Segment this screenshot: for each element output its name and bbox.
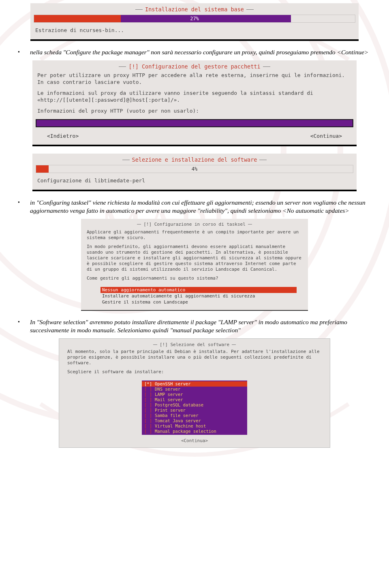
bullet-icon: • — [16, 199, 30, 215]
panel5-title: [!] Selezione del software — [157, 342, 232, 347]
software-option-label: Tomcat Java server — [155, 418, 201, 423]
bullet1-text: nella scheda "Configure the package mana… — [30, 48, 373, 56]
software-continue-button[interactable]: <Continua> — [65, 438, 324, 443]
checkbox-icon[interactable]: [ ] — [144, 387, 155, 392]
checkbox-icon[interactable]: [ ] — [144, 418, 155, 423]
checkbox-icon[interactable]: [ ] — [144, 413, 155, 418]
checkbox-icon[interactable]: [*] — [144, 381, 155, 387]
install-base-panel: Installazione del sistema base 27% Estra… — [30, 3, 359, 41]
software-option-6[interactable]: [ ]Samba file server — [142, 413, 247, 418]
software-option-7[interactable]: [ ]Tomcat Java server — [142, 418, 247, 423]
software-option-4[interactable]: [ ]PostgreSQL database — [142, 402, 247, 408]
software-option-0[interactable]: [*]OpenSSH server — [142, 381, 247, 387]
panel5-body2: Scegliere il software da installare: — [67, 369, 322, 375]
panel4-body3: Come gestire gli aggiornamenti su questo… — [87, 276, 302, 281]
software-option-5[interactable]: [ ]Print server — [142, 408, 247, 413]
checkbox-icon[interactable]: [ ] — [144, 392, 155, 397]
checkbox-icon[interactable]: [ ] — [144, 423, 155, 429]
software-option-label: Samba file server — [155, 413, 198, 418]
back-button[interactable]: <Indietro> — [47, 133, 79, 139]
bullet-icon: • — [16, 48, 30, 56]
panel2-body2: Le informazioni sul proxy da utilizzare … — [37, 90, 352, 103]
panel4-title: [!] Configurazione in corso di tasksel — [141, 222, 248, 227]
software-option-8[interactable]: [ ]Virtual Machine host — [142, 423, 247, 429]
panel2-title: [!] Configurazione del gestore pacchetti — [126, 63, 263, 70]
panel5-body1: Al momento, solo la parte principale di … — [67, 349, 322, 366]
software-install-status: Configurazione di libtimedate-perl — [35, 175, 354, 187]
panel1-title: Installazione del sistema base — [143, 6, 246, 13]
software-option-2[interactable]: [ ]LAMP server — [142, 392, 247, 397]
software-install-progress: 4% — [36, 165, 353, 173]
software-option-9[interactable]: [ ]Manual package selection — [142, 429, 247, 434]
install-base-progress: 27% — [34, 15, 355, 23]
checkbox-icon[interactable]: [ ] — [144, 402, 155, 408]
panel4-body1: Applicare gli aggiornamenti frequentemen… — [87, 229, 302, 241]
proxy-config-panel: [!] Configurazione del gestore pacchetti… — [32, 60, 357, 146]
bullet2-text: in "Configuring tasksel" viene richiesta… — [30, 199, 373, 215]
bullet-icon: • — [16, 318, 30, 334]
tasksel-option-none[interactable]: Nessun aggiornamento automatico — [100, 287, 297, 293]
software-option-3[interactable]: [ ]Mail server — [142, 397, 247, 402]
proxy-http-input[interactable] — [36, 119, 353, 127]
tasksel-option-landscape[interactable]: Gestire il sistema con Landscape — [100, 299, 297, 305]
software-option-label: OpenSSH server — [155, 381, 191, 387]
software-option-label: Mail server — [155, 397, 183, 402]
software-options-list: [*]OpenSSH server[ ]DNS server[ ]LAMP se… — [142, 381, 247, 435]
panel2-body1: Per poter utilizzare un proxy HTTP per a… — [37, 72, 352, 86]
software-install-pct: 4% — [36, 165, 353, 173]
software-option-label: DNS server — [155, 387, 180, 392]
install-base-pct: 27% — [34, 15, 355, 22]
software-install-panel: Selezione e installazione del software 4… — [32, 154, 357, 191]
software-option-label: PostgreSQL database — [155, 402, 203, 408]
software-option-label: LAMP server — [155, 392, 183, 397]
software-option-label: Print server — [155, 408, 186, 413]
panel2-body3: Informazioni del proxy HTTP (vuoto per n… — [37, 107, 352, 114]
software-option-label: Virtual Machine host — [155, 423, 206, 429]
continue-button[interactable]: <Continua> — [310, 133, 342, 139]
checkbox-icon[interactable]: [ ] — [144, 408, 155, 413]
checkbox-icon[interactable]: [ ] — [144, 429, 155, 434]
install-base-status: Estrazione di ncurses-bin... — [33, 25, 356, 37]
bullet3-text: In "Software selection" avremmo potuto i… — [30, 318, 373, 334]
panel4-body2: In modo predefinito, gli aggiornamenti d… — [87, 244, 302, 272]
software-selection-panel: [!] Selezione del software Al momento, s… — [59, 338, 330, 448]
panel3-title: Selezione e installazione del software — [130, 156, 260, 163]
software-option-1[interactable]: [ ]DNS server — [142, 387, 247, 392]
tasksel-panel: [!] Configurazione in corso di tasksel A… — [81, 219, 308, 311]
tasksel-option-security[interactable]: Installare automaticamente gli aggiornam… — [100, 293, 297, 299]
software-option-label: Manual package selection — [155, 429, 216, 434]
checkbox-icon[interactable]: [ ] — [144, 397, 155, 402]
